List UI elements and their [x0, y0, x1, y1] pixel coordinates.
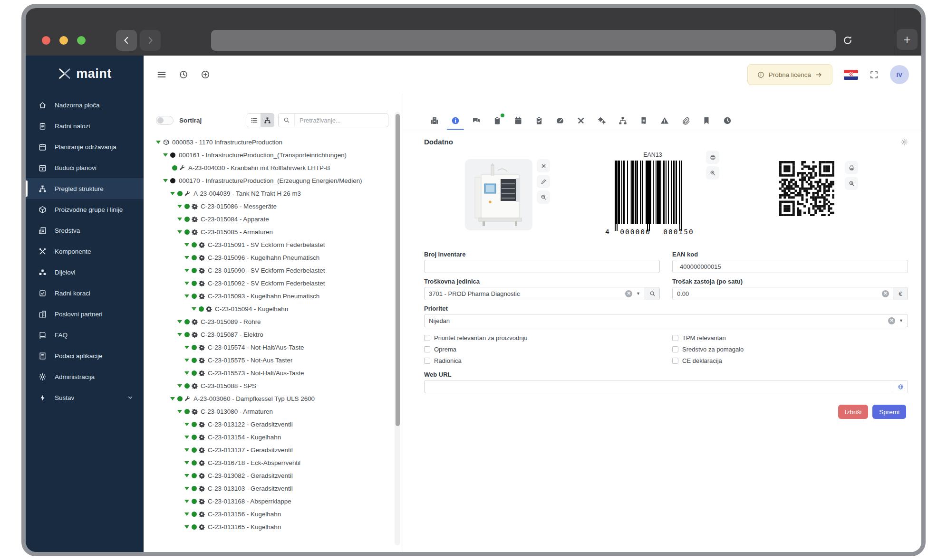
expander-icon[interactable] — [184, 448, 189, 452]
expander-icon[interactable] — [192, 307, 196, 311]
expander-icon[interactable] — [184, 346, 189, 349]
expander-icon[interactable] — [184, 359, 189, 362]
tree-node[interactable]: A-23-004030 - Kranbahn mit Rollfahrwerk … — [156, 161, 388, 174]
tree-node[interactable]: C-23-015093 - Kugelhahn Pneumatisch — [156, 290, 388, 303]
sidebar-item-sustav[interactable]: Sustav — [26, 387, 144, 408]
clear-icon[interactable]: ✕ — [882, 290, 889, 297]
tree-node[interactable]: C-23-015091 - SV Eckform Federbelastet — [156, 238, 388, 251]
tree-node[interactable]: C-23-015090 - SV Eckform Federbelastet — [156, 264, 388, 277]
checkbox-radionica[interactable]: Radionica — [424, 355, 660, 366]
photo-zoom-button[interactable] — [537, 190, 550, 204]
sidebar-item-radni-koraci[interactable]: Radni koraci — [26, 283, 144, 304]
tree-node[interactable]: C-23-013122 - Geradsitzventil — [156, 418, 388, 431]
expander-icon[interactable] — [184, 474, 189, 477]
tree-node[interactable]: C-23-015085 - Armaturen — [156, 226, 388, 238]
barcode-print-button[interactable] — [706, 151, 719, 164]
checkbox-box[interactable] — [424, 358, 430, 364]
search-input[interactable] — [295, 117, 388, 124]
tab-gauge[interactable] — [550, 113, 570, 129]
expander-icon[interactable] — [184, 256, 189, 259]
sidebar-item-podaci-aplikacije[interactable]: Podaci aplikacije — [26, 345, 144, 366]
sidebar-item-nadzorna-plo-a[interactable]: Nadzorna ploča — [26, 95, 144, 115]
scrollbar-thumb[interactable] — [396, 114, 400, 426]
sort-toggle[interactable] — [156, 116, 174, 125]
tab-fax[interactable] — [424, 113, 445, 129]
tree-node[interactable]: C-23-015086 - Messgeräte — [156, 200, 388, 213]
tree-node[interactable]: C-23-015089 - Rohre — [156, 315, 388, 328]
qr-zoom-button[interactable] — [845, 177, 858, 190]
tree-node[interactable]: A-23-004039 - Tank N2 Trakt H 26 m3 — [156, 187, 388, 200]
tree-node[interactable]: C-23-015084 - Apparate — [156, 213, 388, 226]
sidebar-item-faq[interactable]: FAQ — [26, 324, 144, 345]
expander-icon[interactable] — [177, 384, 182, 388]
expander-icon[interactable] — [184, 513, 189, 516]
expander-icon[interactable] — [184, 371, 189, 375]
tree-node[interactable]: C-23-015092 - SV Eckform Federbelastet — [156, 277, 388, 290]
expander-icon[interactable] — [170, 192, 175, 195]
expander-icon[interactable] — [177, 205, 182, 208]
delete-button[interactable]: Izbriši — [838, 405, 868, 419]
tree-node[interactable]: C-23-015573 - Not-Halt/Aus-Taste — [156, 367, 388, 380]
expander-icon[interactable] — [184, 243, 189, 247]
tree-scrollbar[interactable] — [395, 112, 400, 545]
sidebar-item-pregled-strukture[interactable]: Pregled strukture — [26, 178, 144, 199]
expander-icon[interactable] — [177, 230, 182, 234]
expander-icon[interactable] — [184, 423, 189, 426]
tree-node[interactable]: C-23-013165 - Kugelhahn — [156, 521, 388, 533]
new-tab-button[interactable]: + — [897, 29, 918, 50]
caret-down-icon[interactable]: ▼ — [899, 318, 903, 323]
checkbox-ce-deklaracija[interactable]: CE deklaracija — [672, 355, 908, 366]
sidebar-item-sredstva[interactable]: Sredstva — [26, 220, 144, 241]
expander-icon[interactable] — [184, 525, 189, 529]
expander-icon[interactable] — [156, 141, 161, 144]
cost-unit-search-button[interactable] — [645, 287, 659, 300]
downtime-cost-input[interactable] — [673, 290, 882, 297]
expander-icon[interactable] — [177, 410, 182, 413]
checkbox-tpm-relevantan[interactable]: TPM relevantan — [672, 332, 908, 343]
settings-gear-icon[interactable] — [900, 138, 908, 146]
tab-tools2[interactable] — [570, 113, 591, 129]
tab-calendar2[interactable] — [508, 113, 529, 129]
expander-icon[interactable] — [184, 500, 189, 503]
sidebar-item-radni-nalozi[interactable]: Radni nalozi — [26, 115, 144, 136]
checkbox-oprema[interactable]: Oprema — [424, 343, 660, 355]
tree-node[interactable]: C-23-015575 - Not-Aus Taster — [156, 354, 388, 367]
sidebar-item-komponente[interactable]: Komponente — [26, 241, 144, 262]
expander-icon[interactable] — [184, 269, 189, 272]
tree-node[interactable]: C-23-015088 - SPS — [156, 380, 388, 392]
checkbox-sredstvo-za-pomagalo[interactable]: Sredstvo za pomagalo — [672, 343, 908, 355]
checkbox-box[interactable] — [672, 346, 678, 352]
trial-license-button[interactable]: Probna licenca — [747, 64, 832, 85]
tree-node[interactable]: A-23-003060 - Dampfkessel Typ ULS 2600 — [156, 392, 388, 405]
barcode-zoom-button[interactable] — [706, 166, 719, 180]
tree-node[interactable]: C-23-015094 - Kugelhahn — [156, 303, 388, 315]
tab-receipt[interactable] — [633, 113, 654, 129]
expander-icon[interactable] — [163, 153, 168, 157]
tab-gears[interactable] — [591, 113, 612, 129]
inventory-number-input[interactable] — [425, 263, 659, 270]
sidebar-item-dijelovi[interactable]: Dijelovi — [26, 262, 144, 283]
tab-info[interactable] — [445, 113, 466, 129]
tree-node[interactable]: 000161 - InfrastructureProduction_(Trans… — [156, 149, 388, 161]
checkbox-box[interactable] — [672, 358, 678, 364]
tree-node[interactable]: C-23-016718 - Eck-Absperrventil — [156, 456, 388, 469]
list-view-button[interactable] — [247, 114, 261, 127]
expander-icon[interactable] — [177, 218, 182, 221]
expander-icon[interactable] — [163, 179, 168, 182]
ean-code-input[interactable] — [673, 263, 908, 270]
reload-icon[interactable] — [842, 35, 853, 46]
tree-node[interactable]: C-23-013168 - Absperrklappe — [156, 495, 388, 508]
tree-node[interactable]: C-23-013137 - Geradsitzventil — [156, 444, 388, 456]
tree-node[interactable]: C-23-015087 - Elektro — [156, 328, 388, 341]
tab-clipboard2[interactable] — [487, 113, 508, 129]
sidebar-item-administracija[interactable]: Administracija — [26, 366, 144, 387]
tab-warning[interactable] — [654, 113, 675, 129]
sidebar-item-budu-i-planovi[interactable]: Budući planovi — [26, 157, 144, 178]
tab-paperclip[interactable] — [675, 113, 696, 129]
add-circle-icon[interactable] — [201, 70, 210, 79]
tree-node[interactable]: C-23-013156 - Kugelhahn — [156, 508, 388, 521]
expander-icon[interactable] — [184, 461, 189, 465]
clear-icon[interactable]: ✕ — [625, 290, 632, 297]
maximize-window-button[interactable] — [77, 36, 86, 45]
checkbox-box[interactable] — [672, 335, 678, 341]
